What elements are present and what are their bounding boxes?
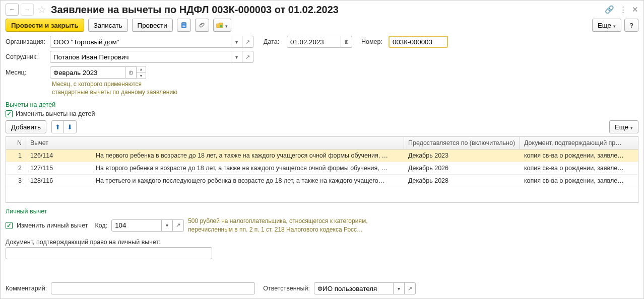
move-row-buttons: ⬆ ⬇ bbox=[51, 120, 77, 133]
chevron-down-icon bbox=[611, 22, 616, 29]
label-date: Дата: bbox=[264, 38, 284, 45]
calendar-icon: 🗓 bbox=[344, 39, 349, 45]
window-root: ← → ☆ Заявление на вычеты по НДФЛ 003К-0… bbox=[0, 0, 644, 299]
cell-code: 127/115 bbox=[26, 162, 92, 174]
responsible-input[interactable] bbox=[314, 282, 394, 294]
cell-desc: На второго ребенка в возрасте до 18 лет,… bbox=[92, 162, 404, 174]
help-button[interactable]: ? bbox=[624, 19, 638, 32]
table-row[interactable]: 1126/114На первого ребенка в возрасте до… bbox=[6, 150, 638, 162]
responsible-open-button[interactable]: ↗ bbox=[405, 282, 416, 294]
cell-n: 2 bbox=[6, 162, 26, 174]
col-header-n[interactable]: N bbox=[6, 137, 26, 149]
number-input[interactable] bbox=[389, 36, 448, 48]
cell-code: 126/114 bbox=[26, 150, 92, 162]
cell-doc: копия св-ва о рождении, заявле… bbox=[520, 150, 638, 162]
open-icon: ↗ bbox=[408, 285, 412, 292]
change-children-label: Изменить вычеты на детей bbox=[16, 110, 95, 117]
month-picker-button[interactable]: 🗓 bbox=[125, 66, 137, 79]
cell-n: 1 bbox=[6, 150, 26, 162]
move-up-button[interactable]: ⬆ bbox=[52, 121, 64, 133]
date-input[interactable] bbox=[287, 36, 341, 48]
org-input[interactable] bbox=[50, 36, 231, 48]
more-button[interactable]: Еще bbox=[592, 19, 621, 32]
actions-icon-button[interactable] bbox=[213, 19, 231, 32]
paperclip-icon bbox=[199, 22, 206, 29]
change-children-checkbox[interactable]: ✓ bbox=[6, 110, 13, 117]
folder-action-icon bbox=[216, 22, 223, 29]
chevron-down-icon bbox=[223, 22, 228, 29]
report-icon-button[interactable] bbox=[177, 19, 191, 32]
comment-input[interactable] bbox=[51, 282, 255, 294]
open-icon: ↗ bbox=[245, 54, 250, 60]
date-picker-button[interactable]: 🗓 bbox=[341, 36, 352, 48]
month-input[interactable] bbox=[50, 66, 125, 79]
employee-open-button[interactable]: ↗ bbox=[242, 51, 253, 63]
nav-back-button[interactable]: ← bbox=[6, 4, 19, 16]
move-down-button[interactable]: ⬇ bbox=[64, 121, 76, 133]
org-open-button[interactable]: ↗ bbox=[242, 36, 253, 48]
month-hint: Месяц, с которого применяются стандартны… bbox=[52, 80, 638, 96]
row-month: Месяц: 🗓 ▲ ▼ bbox=[6, 66, 638, 79]
open-icon: ↗ bbox=[245, 39, 250, 45]
children-grid[interactable]: N Вычет Предоставляется по (включительно… bbox=[6, 136, 638, 203]
nav-forward-button[interactable]: → bbox=[21, 4, 34, 16]
label-month: Месяц: bbox=[6, 69, 47, 76]
label-org: Организация: bbox=[6, 38, 47, 45]
main-toolbar: Провести и закрыть Записать Провести Еще… bbox=[6, 19, 638, 32]
personal-hint: 500 рублей на налогоплательщика, относящ… bbox=[188, 217, 367, 233]
month-up-button[interactable]: ▲ bbox=[137, 66, 146, 72]
save-button[interactable]: Записать bbox=[88, 19, 128, 32]
svg-point-4 bbox=[220, 25, 222, 27]
label-code: Код: bbox=[95, 222, 107, 229]
label-comment: Комментарий: bbox=[6, 285, 47, 292]
personal-code-dropdown-button[interactable]: ▾ bbox=[162, 219, 173, 232]
employee-dropdown-button[interactable]: ▾ bbox=[231, 51, 242, 63]
col-header-code[interactable]: Вычет bbox=[26, 137, 404, 149]
org-dropdown-button[interactable]: ▾ bbox=[231, 36, 242, 48]
add-row-button[interactable]: Добавить bbox=[6, 120, 46, 133]
cell-doc: копия св-ва о рождении, заявле… bbox=[520, 162, 638, 174]
cell-doc: копия св-ва о рождении, заявле… bbox=[520, 175, 638, 187]
month-down-button[interactable]: ▼ bbox=[137, 72, 146, 79]
personal-code-input[interactable] bbox=[111, 219, 162, 232]
row-employee: Сотрудник: ▾ ↗ bbox=[6, 51, 638, 63]
close-icon[interactable]: ✕ bbox=[632, 5, 638, 14]
children-more-button[interactable]: Еще bbox=[609, 120, 638, 133]
cell-until: Декабрь 2023 bbox=[404, 150, 520, 162]
favorite-icon[interactable]: ☆ bbox=[36, 4, 48, 16]
cell-n: 3 bbox=[6, 175, 26, 187]
row-personal: ✓ Изменить личный вычет Код: ▾ ↗ 500 руб… bbox=[6, 217, 638, 233]
responsible-dropdown-button[interactable]: ▾ bbox=[394, 282, 405, 294]
grid-header: N Вычет Предоставляется по (включительно… bbox=[6, 137, 638, 150]
document-icon bbox=[180, 22, 187, 29]
section-children-title: Вычеты на детей bbox=[6, 101, 638, 108]
row-doc-personal: Документ, подтверждающий право на личный… bbox=[6, 239, 638, 259]
page-title: Заявление на вычеты по НДФЛ 003К-000003 … bbox=[51, 4, 339, 16]
cell-desc: На первого ребенка в возрасте до 18 лет,… bbox=[92, 150, 404, 162]
link-icon[interactable]: 🔗 bbox=[605, 5, 614, 14]
cell-code: 128/116 bbox=[26, 175, 92, 187]
titlebar: ← → ☆ Заявление на вычеты по НДФЛ 003К-0… bbox=[6, 4, 638, 16]
open-icon: ↗ bbox=[176, 222, 180, 229]
kebab-menu-icon[interactable]: ⋮ bbox=[619, 5, 627, 14]
change-personal-checkbox[interactable]: ✓ bbox=[6, 222, 13, 229]
row-org-date-number: Организация: ▾ ↗ Дата: 🗓 Номер: bbox=[6, 36, 638, 48]
personal-code-open-button[interactable]: ↗ bbox=[173, 219, 184, 232]
doc-personal-input[interactable] bbox=[6, 247, 212, 259]
table-row[interactable]: 2127/115На второго ребенка в возрасте до… bbox=[6, 162, 638, 175]
col-header-doc[interactable]: Документ, подтверждающий пр… bbox=[520, 137, 638, 149]
row-change-children: ✓ Изменить вычеты на детей bbox=[6, 110, 638, 117]
post-button[interactable]: Провести bbox=[132, 19, 173, 32]
label-doc-personal: Документ, подтверждающий право на личный… bbox=[6, 239, 638, 246]
table-row[interactable]: 3128/116На третьего и каждого последующе… bbox=[6, 175, 638, 187]
attachment-icon-button[interactable] bbox=[195, 19, 209, 32]
change-personal-label: Изменить личный вычет bbox=[17, 222, 88, 229]
col-header-until[interactable]: Предоставляется по (включительно) bbox=[404, 137, 520, 149]
children-toolbar: Добавить ⬆ ⬇ Еще bbox=[6, 120, 638, 133]
chevron-down-icon bbox=[628, 123, 633, 131]
cell-until: Декабрь 2026 bbox=[404, 162, 520, 174]
section-personal-title: Личный вычет bbox=[6, 208, 638, 215]
label-employee: Сотрудник: bbox=[6, 53, 47, 60]
post-and-close-button[interactable]: Провести и закрыть bbox=[6, 19, 84, 32]
employee-input[interactable] bbox=[50, 51, 231, 63]
